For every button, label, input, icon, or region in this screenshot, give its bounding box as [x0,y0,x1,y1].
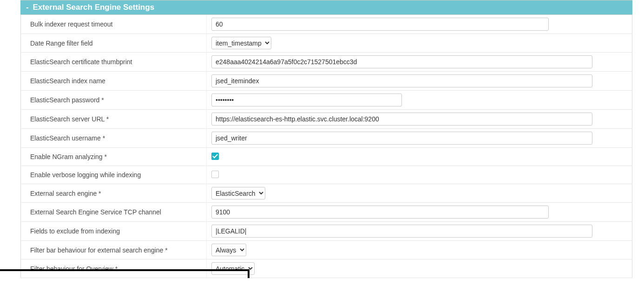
row-date-range-field: Date Range filter field item_timestamp [21,34,632,53]
input-es-index-name[interactable] [211,74,592,87]
settings-table: Bulk indexer request timeout Date Range … [20,15,632,278]
label-es-cert-thumb: ElasticSearch certificate thumbprint [21,53,207,72]
collapse-toggle-icon: - [26,3,29,12]
row-enable-ngram: Enable NGram analyzing * [21,148,632,166]
label-filter-overview: Filter behaviour for Overview * [21,259,207,278]
checkbox-enable-ngram[interactable] [211,153,219,160]
label-enable-ngram: Enable NGram analyzing * [21,148,207,166]
select-ext-engine[interactable]: ElasticSearch [211,187,265,199]
input-es-server-url[interactable] [211,113,592,126]
section-title: External Search Engine Settings [33,3,154,12]
row-es-cert-thumb: ElasticSearch certificate thumbprint [21,53,632,72]
section-header[interactable]: - External Search Engine Settings [20,0,632,15]
row-ext-engine: External search engine * ElasticSearch [21,184,632,203]
label-filter-bar: Filter bar behaviour for external search… [21,241,207,259]
input-exclude-fields[interactable] [211,225,592,238]
row-filter-overview: Filter behaviour for Overview * Automati… [21,259,632,278]
checkbox-enable-verbose[interactable] [211,171,219,178]
row-es-username: ElasticSearch username * [21,129,632,148]
input-es-cert-thumb[interactable] [211,55,592,68]
label-es-password: ElasticSearch password * [21,91,207,110]
row-filter-bar: Filter bar behaviour for external search… [21,241,632,259]
row-es-server-url: ElasticSearch server URL * [21,110,632,129]
row-es-index-name: ElasticSearch index name [21,72,632,91]
input-es-password[interactable] [211,93,402,106]
label-exclude-fields: Fields to exclude from indexing [21,222,207,241]
input-tcp-channel[interactable] [211,206,549,219]
label-es-server-url: ElasticSearch server URL * [21,110,207,129]
select-date-range-field[interactable]: item_timestamp [211,37,271,49]
label-ext-engine: External search engine * [21,184,207,203]
label-bulk-timeout: Bulk indexer request timeout [21,15,207,34]
select-filter-overview[interactable]: Automatic [211,262,255,275]
row-tcp-channel: External Search Engine Service TCP chann… [21,203,632,222]
label-es-index-name: ElasticSearch index name [21,72,207,91]
label-es-username: ElasticSearch username * [21,129,207,148]
row-es-password: ElasticSearch password * [21,91,632,110]
label-tcp-channel: External Search Engine Service TCP chann… [21,203,207,222]
row-enable-verbose: Enable verbose logging while indexing [21,166,632,184]
row-exclude-fields: Fields to exclude from indexing [21,222,632,241]
input-bulk-timeout[interactable] [211,18,549,31]
row-bulk-timeout: Bulk indexer request timeout [21,15,632,34]
select-filter-bar[interactable]: Always [211,244,246,256]
label-date-range-field: Date Range filter field [21,34,207,53]
input-es-username[interactable] [211,132,592,145]
label-enable-verbose: Enable verbose logging while indexing [21,166,207,184]
